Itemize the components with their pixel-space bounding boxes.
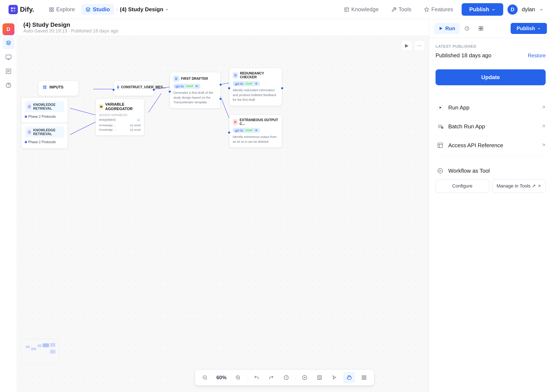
kr1-dot	[25, 116, 27, 118]
history-btn[interactable]: ⋯	[414, 40, 425, 51]
svg-marker-56	[440, 27, 442, 30]
frame-btn[interactable]	[314, 372, 325, 383]
kr1-protocol: Phase 2 Protocols	[28, 115, 56, 119]
select-btn[interactable]	[328, 372, 340, 383]
svg-rect-30	[43, 87, 45, 89]
features-btn[interactable]: Features	[420, 4, 457, 15]
workflow-tool-icon	[435, 166, 445, 175]
app-meta: Auto-Saved 20:19:13 · Published 18 days …	[23, 28, 118, 34]
construct-icon: B	[117, 84, 119, 90]
breadcrumb-separator: /	[116, 7, 118, 13]
fd-model: gpt-4o CHAT 👁	[173, 84, 201, 89]
run-app-label: Run App	[448, 104, 469, 111]
history-btn-bottom[interactable]	[280, 372, 292, 383]
svg-line-42	[239, 379, 240, 379]
svg-rect-8	[345, 8, 349, 11]
svg-rect-49	[318, 376, 321, 379]
svg-rect-60	[479, 29, 481, 30]
svg-rect-70	[438, 143, 442, 148]
svg-rect-7	[50, 10, 51, 11]
api-reference-item[interactable]: Access API Reference	[435, 136, 546, 155]
published-label: LATEST PUBLISHED	[435, 44, 546, 49]
user-name: dylan	[522, 6, 535, 13]
sidebar-item-monitor[interactable]	[3, 51, 14, 63]
manage-button[interactable]: Manage in Tools ↗	[492, 179, 546, 193]
panel-tab-layout[interactable]	[474, 24, 488, 33]
panel-divider-2	[435, 157, 546, 157]
nav-tools[interactable]: Tools	[387, 4, 416, 15]
publish-button[interactable]: Publish	[462, 3, 503, 16]
svg-rect-54	[364, 378, 366, 379]
publish-panel-btn[interactable]: Publish	[511, 23, 547, 34]
inputs-icon	[42, 84, 48, 90]
undo-btn[interactable]	[251, 372, 262, 383]
extraneous-output-node[interactable]: D EXTRANEOUS OUTPUT C... gpt-4o CHAT 👁 I…	[229, 115, 282, 148]
va-icon: M	[99, 104, 104, 110]
batch-run-label: Batch Run App	[448, 123, 485, 130]
api-icon	[435, 141, 445, 150]
knowledge-retrieval-1[interactable]: KNOWLEDGE RETRIEVAL Phase 2 Protocols	[21, 98, 68, 123]
run-btn[interactable]: ▶	[401, 40, 412, 51]
kr2-dot	[25, 141, 27, 143]
sidebar-item-logs[interactable]	[3, 65, 14, 77]
update-button[interactable]: Update	[435, 69, 546, 85]
inputs-node[interactable]: INPUTS	[38, 81, 78, 96]
publish-panel: Run Publish LATEST PUBLISHED Published 1…	[429, 19, 552, 392]
nav-knowledge[interactable]: Knowledge	[340, 4, 383, 15]
nav-explore[interactable]: Explore	[45, 4, 79, 15]
rc-label: REDUNDANCY CHECKER	[240, 71, 279, 79]
breadcrumb: (4) Study Design	[120, 6, 169, 13]
toolbar-divider-1	[247, 374, 247, 381]
app-logo[interactable]: Dify.	[8, 5, 34, 14]
zoom-out-btn[interactable]	[199, 372, 211, 383]
batch-run-item[interactable]: Batch Run App	[435, 117, 546, 136]
api-label: Access API Reference	[448, 142, 503, 149]
run-app-item[interactable]: Run App	[435, 98, 546, 117]
kr1-icon	[27, 104, 31, 110]
eo-in	[228, 131, 231, 134]
knowledge-retrieval-2[interactable]: KNOWLEDGE RETRIEVAL Phase 2 Protocols	[21, 123, 68, 148]
nav-studio[interactable]: Studio	[81, 4, 114, 15]
panel-tab-history[interactable]	[460, 24, 474, 33]
panel-tab-run[interactable]: Run	[434, 23, 460, 34]
zoom-in-btn[interactable]	[232, 372, 244, 383]
svg-rect-2	[11, 10, 13, 12]
variable-aggregator-node[interactable]: M VARIABLE AGGREGATOR ASSIGN VARIABLES a…	[96, 99, 144, 136]
published-time: Published 18 days ago	[435, 52, 491, 59]
construct-out	[152, 88, 155, 91]
svg-rect-4	[50, 8, 51, 9]
layout-btn[interactable]	[358, 372, 370, 383]
bottom-toolbar: 60%	[195, 370, 374, 386]
run-app-icon	[435, 103, 445, 112]
construct-label: CONSTRUCT_USER_MES...	[121, 85, 166, 89]
svg-rect-3	[14, 10, 15, 12]
hand-btn[interactable]	[343, 372, 355, 383]
restore-link[interactable]: Restore	[528, 53, 546, 59]
sidebar-item-studio[interactable]	[3, 37, 14, 49]
svg-rect-55	[362, 378, 364, 379]
svg-line-39	[206, 379, 207, 379]
first-drafter-node[interactable]: D FIRST DRAFTER gpt-4o CHAT 👁 Generates …	[170, 72, 221, 108]
batch-run-icon	[435, 122, 445, 131]
rc-in	[228, 87, 231, 90]
mini-map	[21, 339, 59, 364]
breadcrumb-current[interactable]: (4) Study Design	[120, 6, 169, 13]
avatar[interactable]: D	[507, 4, 518, 15]
sidebar-item-help[interactable]	[3, 79, 14, 91]
svg-rect-61	[481, 29, 483, 30]
eo-model: gpt-4o CHAT 👁	[233, 128, 260, 133]
zoom-level: 60%	[214, 375, 229, 381]
run-app-arrow	[541, 104, 546, 111]
toolbar-divider-2	[295, 374, 295, 381]
svg-rect-12	[6, 55, 11, 59]
va-label: VARIABLE AGGREGATOR	[105, 102, 141, 111]
fd-description: Generates a first-draft of the study des…	[173, 90, 217, 105]
app-name: Dify.	[20, 6, 34, 13]
nav-right: Knowledge Tools Features Publish D dylan	[340, 3, 544, 16]
add-node-btn[interactable]	[299, 372, 310, 383]
redo-btn[interactable]	[266, 372, 277, 383]
construct-node[interactable]: B CONSTRUCT_USER_MES...	[113, 81, 154, 96]
configure-button[interactable]: Configure	[435, 179, 489, 193]
redundancy-checker-node[interactable]: D REDUNDANCY CHECKER gpt-4o CHAT 👁 Ident…	[229, 68, 282, 106]
left-sidebar: D	[0, 19, 17, 392]
